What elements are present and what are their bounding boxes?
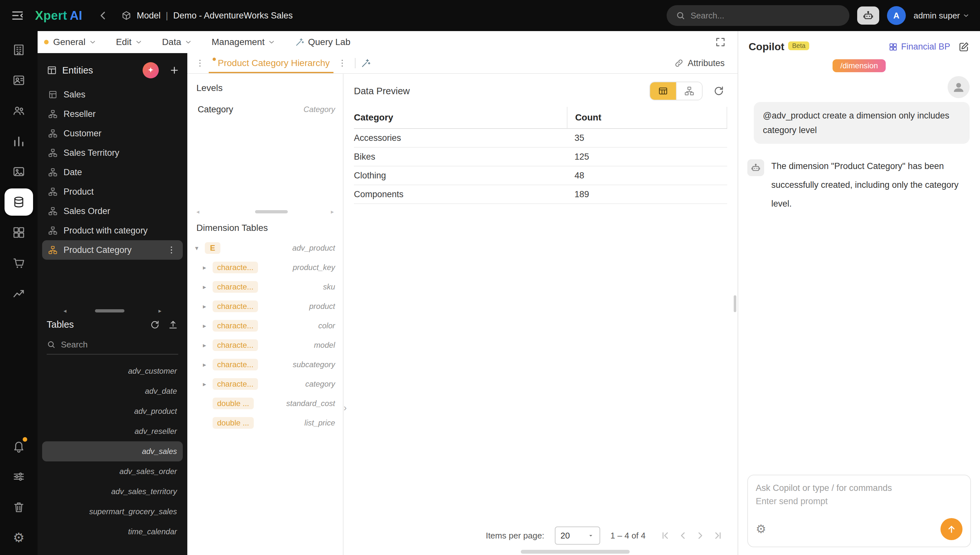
- rail-item-analytics[interactable]: [5, 128, 33, 155]
- refresh-tables-button[interactable]: [150, 319, 160, 330]
- tab-list-menu-button[interactable]: [193, 58, 208, 68]
- menu-query-lab[interactable]: Query Lab: [295, 37, 350, 47]
- previous-page-button[interactable]: [677, 530, 688, 541]
- caret-right-icon[interactable]: ▸: [203, 302, 212, 310]
- rail-item-data-models[interactable]: [5, 188, 33, 216]
- table-row[interactable]: Bikes 125: [354, 148, 727, 167]
- rail-item-trash[interactable]: [5, 494, 33, 521]
- sidebar-item-product-category[interactable]: Product Category: [42, 240, 183, 260]
- vertical-scrollbar-thumb[interactable]: [734, 295, 736, 312]
- sidebar-item-customer[interactable]: Customer: [38, 124, 187, 143]
- table-item-adv-customer[interactable]: adv_customer: [38, 361, 187, 381]
- rail-item-contacts[interactable]: [5, 67, 33, 94]
- tree-field-subcategory[interactable]: ▸ characte... subcategory: [187, 355, 343, 374]
- sidebar-item-sales-order[interactable]: Sales Order: [38, 201, 187, 221]
- tables-search[interactable]: [47, 335, 178, 354]
- sidebar-item-date[interactable]: Date: [38, 162, 187, 182]
- tree-field-product-key[interactable]: ▸ characte... product_key: [187, 258, 343, 277]
- menu-data[interactable]: Data: [162, 37, 192, 47]
- sidebar-item-product-with-category[interactable]: Product with category: [38, 221, 187, 240]
- table-item-adv-sales[interactable]: adv_sales: [42, 441, 183, 462]
- sidebar-item-sales-territory[interactable]: Sales Territory: [38, 143, 187, 162]
- fullscreen-button[interactable]: [715, 37, 726, 48]
- command-pill[interactable]: /dimension: [832, 59, 886, 72]
- table-item-adv-product[interactable]: adv_product: [38, 401, 187, 421]
- copilot-settings-button[interactable]: ⚙: [756, 523, 766, 535]
- table-row[interactable]: Accessories 35: [354, 129, 727, 148]
- caret-right-icon[interactable]: ▸: [203, 361, 212, 369]
- table-item-adv-date[interactable]: adv_date: [38, 381, 187, 401]
- caret-right-icon[interactable]: ▸: [203, 283, 212, 291]
- add-entity-button[interactable]: [169, 65, 180, 75]
- send-button[interactable]: [940, 518, 962, 540]
- table-row[interactable]: Clothing 48: [354, 167, 727, 185]
- global-search-input[interactable]: [690, 11, 840, 21]
- sidebar-item-product[interactable]: Product: [38, 182, 187, 201]
- scroll-left-arrow[interactable]: ◂: [196, 209, 199, 215]
- table-item-adv-reseller[interactable]: adv_reseller: [38, 421, 187, 441]
- menu-edit[interactable]: Edit: [116, 37, 143, 47]
- first-page-button[interactable]: [660, 530, 671, 541]
- tree-field-product[interactable]: ▸ characte... product: [187, 297, 343, 316]
- tree-field-color[interactable]: ▸ characte... color: [187, 316, 343, 335]
- rail-item-notifications[interactable]: [5, 433, 33, 460]
- rail-item-settings[interactable]: ⚙: [5, 524, 33, 551]
- horizontal-scrollbar-thumb[interactable]: [521, 550, 630, 554]
- tables-search-input[interactable]: [61, 340, 178, 350]
- page-size-select[interactable]: 20: [555, 526, 600, 545]
- table-row[interactable]: Components 189: [354, 185, 727, 204]
- tab-options-button[interactable]: [335, 58, 350, 68]
- table-item-time-calendar[interactable]: time_calendar: [38, 522, 187, 542]
- rail-item-apps[interactable]: [5, 219, 33, 246]
- tree-field-standard-cost[interactable]: double ... standard_cost: [187, 394, 343, 413]
- sidebar-item-reseller[interactable]: Reseller: [38, 104, 187, 124]
- rail-item-tuning[interactable]: [5, 463, 33, 490]
- ai-generate-button[interactable]: [143, 62, 159, 79]
- tree-field-model[interactable]: ▸ characte... model: [187, 335, 343, 355]
- upload-table-button[interactable]: [168, 319, 178, 330]
- workspace-button[interactable]: Financial BP: [888, 42, 950, 52]
- table-item-adv-sales-territory[interactable]: adv_sales_territory: [38, 481, 187, 502]
- table-item-adv-sales-order[interactable]: adv_sales_order: [38, 462, 187, 481]
- caret-down-icon[interactable]: ▾: [195, 244, 205, 252]
- last-page-button[interactable]: [712, 530, 723, 541]
- copilot-input-box[interactable]: Enter send prompt ⚙: [747, 475, 971, 547]
- sidebar-item-sales[interactable]: Sales: [38, 85, 187, 104]
- tree-root-adv-product[interactable]: ▾ E adv_product: [187, 238, 343, 258]
- new-chat-button[interactable]: [958, 41, 970, 53]
- copilot-toggle-button[interactable]: [857, 6, 879, 25]
- scroll-right-arrow[interactable]: ▸: [331, 209, 334, 215]
- rail-item-store[interactable]: [5, 249, 33, 276]
- entity-more-button[interactable]: [167, 245, 176, 255]
- menu-management[interactable]: Management: [212, 37, 275, 47]
- levels-horizontal-scrollbar[interactable]: ◂ ▸: [190, 209, 340, 215]
- table-item-supermart-grocery-sales[interactable]: supermart_grocery_sales: [38, 502, 187, 522]
- caret-right-icon[interactable]: ▸: [203, 380, 212, 388]
- user-menu[interactable]: admin super: [914, 11, 970, 21]
- next-page-button[interactable]: [695, 530, 706, 541]
- rail-item-insights[interactable]: [5, 280, 33, 307]
- caret-right-icon[interactable]: ▸: [203, 263, 212, 271]
- scroll-thumb[interactable]: [95, 309, 124, 313]
- level-row-category[interactable]: Category Category: [187, 100, 343, 119]
- scroll-thumb[interactable]: [255, 210, 288, 213]
- scroll-right-arrow[interactable]: ▸: [158, 308, 161, 314]
- rail-item-organization[interactable]: [5, 36, 33, 63]
- ai-edit-button[interactable]: [361, 58, 371, 68]
- menu-general[interactable]: General: [44, 37, 97, 47]
- refresh-preview-button[interactable]: [713, 85, 725, 97]
- global-search[interactable]: [666, 5, 850, 26]
- tab-product-category-hierarchy[interactable]: Product Category Hierarchy: [208, 53, 335, 73]
- back-button[interactable]: [97, 9, 109, 22]
- hierarchy-view-button[interactable]: [676, 82, 702, 100]
- tree-field-sku[interactable]: ▸ characte... sku: [187, 277, 343, 297]
- tree-field-category[interactable]: ▸ characte... category: [187, 374, 343, 394]
- attributes-button[interactable]: Attributes: [674, 58, 725, 68]
- caret-right-icon[interactable]: ▸: [203, 322, 212, 330]
- caret-right-icon[interactable]: ▸: [203, 341, 212, 349]
- sidebar-collapse-button[interactable]: [10, 8, 25, 22]
- scroll-left-arrow[interactable]: ◂: [64, 308, 66, 314]
- user-avatar[interactable]: A: [887, 6, 906, 25]
- entities-horizontal-scrollbar[interactable]: ◂ ▸: [57, 308, 168, 314]
- rail-item-gallery[interactable]: [5, 158, 33, 185]
